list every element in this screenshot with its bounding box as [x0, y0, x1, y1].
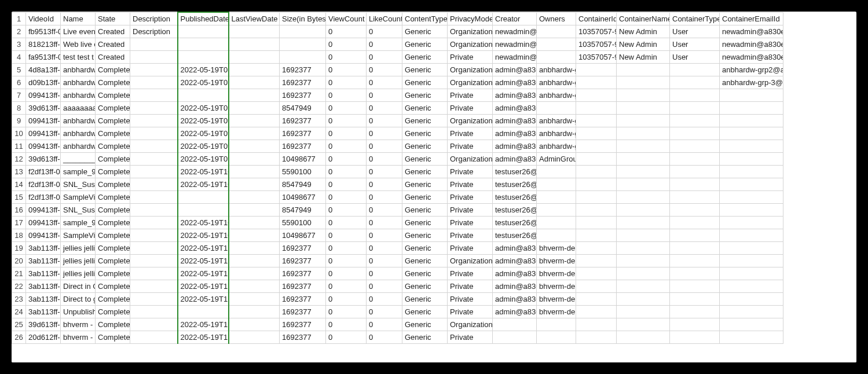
cell[interactable]: 0: [367, 114, 402, 127]
cell[interactable]: [670, 114, 720, 127]
cell[interactable]: anbhardw: [61, 76, 96, 89]
row-number[interactable]: 8: [12, 101, 26, 114]
cell[interactable]: fa9513ff-0: [26, 50, 61, 63]
cell[interactable]: [617, 101, 670, 114]
cell[interactable]: [229, 50, 280, 63]
cell[interactable]: [670, 127, 720, 140]
row-number[interactable]: 1: [12, 12, 26, 25]
cell[interactable]: [720, 89, 783, 101]
cell[interactable]: 0: [326, 178, 367, 190]
cell[interactable]: [537, 101, 576, 114]
cell[interactable]: 0: [326, 140, 367, 152]
cell[interactable]: [617, 229, 670, 241]
cell[interactable]: Private: [448, 305, 493, 318]
cell[interactable]: Private: [448, 216, 493, 229]
cell[interactable]: bhverm-demo@a830edad9050849863E22033000.…: [537, 305, 576, 318]
cell[interactable]: admin@a830e: [493, 140, 537, 152]
cell[interactable]: [617, 305, 670, 318]
cell[interactable]: [229, 178, 280, 190]
cell[interactable]: anbhardw-grp-3@a830edad9050849863E220330…: [537, 114, 576, 127]
cell[interactable]: Organization: [448, 254, 493, 267]
row-number[interactable]: 21: [12, 267, 26, 280]
cell[interactable]: [576, 254, 617, 267]
cell[interactable]: [720, 203, 783, 216]
cell[interactable]: [130, 165, 178, 178]
cell[interactable]: 0: [326, 267, 367, 280]
cell[interactable]: Generic: [402, 216, 448, 229]
cell[interactable]: 10498677: [280, 190, 326, 203]
cell[interactable]: [537, 165, 576, 178]
cell[interactable]: [178, 25, 229, 38]
cell[interactable]: bhverm-demo@a830edad9050849863E22033000.…: [537, 241, 576, 254]
cell[interactable]: 0: [326, 25, 367, 38]
cell[interactable]: [576, 229, 617, 241]
cell[interactable]: [280, 38, 326, 50]
cell[interactable]: 0: [326, 190, 367, 203]
cell[interactable]: Generic: [402, 178, 448, 190]
cell[interactable]: Completed: [96, 241, 130, 254]
cell[interactable]: Generic: [402, 25, 448, 38]
cell[interactable]: [670, 101, 720, 114]
column-header[interactable]: Size(in Bytes): [280, 12, 326, 25]
cell[interactable]: 2022-05-19T07:00:21.2566801: [178, 76, 229, 89]
cell[interactable]: Generic: [402, 38, 448, 50]
column-header[interactable]: ContainerName: [617, 12, 670, 25]
cell[interactable]: [178, 50, 229, 63]
cell[interactable]: Created: [96, 25, 130, 38]
cell[interactable]: [229, 89, 280, 101]
cell[interactable]: Private: [448, 165, 493, 178]
cell[interactable]: [537, 178, 576, 190]
cell[interactable]: [720, 101, 783, 114]
cell[interactable]: [576, 114, 617, 127]
cell[interactable]: 099413ff-4: [26, 89, 61, 101]
cell[interactable]: [720, 254, 783, 267]
cell[interactable]: 0: [367, 241, 402, 254]
row-number[interactable]: 26: [12, 331, 26, 343]
cell[interactable]: [670, 76, 720, 89]
column-header[interactable]: ContainerId: [576, 12, 617, 25]
cell[interactable]: admin@a830e: [493, 63, 537, 76]
cell[interactable]: Completed: [96, 267, 130, 280]
cell[interactable]: 10498677: [280, 152, 326, 165]
cell[interactable]: [720, 229, 783, 241]
cell[interactable]: 2022-05-19T09:24:54.5274103: [178, 101, 229, 114]
cell[interactable]: Generic: [402, 318, 448, 331]
cell[interactable]: Generic: [402, 50, 448, 63]
cell[interactable]: Generic: [402, 190, 448, 203]
cell[interactable]: newadmin@a830edad9050: [493, 25, 537, 38]
cell[interactable]: 0: [326, 280, 367, 292]
cell[interactable]: [178, 38, 229, 50]
cell[interactable]: Completed: [96, 101, 130, 114]
cell[interactable]: [670, 203, 720, 216]
cell[interactable]: [576, 89, 617, 101]
cell[interactable]: [130, 50, 178, 63]
cell[interactable]: [670, 254, 720, 267]
cell[interactable]: Generic: [402, 203, 448, 216]
cell[interactable]: 1692377: [280, 241, 326, 254]
cell[interactable]: 1692377: [280, 267, 326, 280]
cell[interactable]: [576, 280, 617, 292]
cell[interactable]: 2022-05-19T09:27:37.0403448: [178, 140, 229, 152]
cell[interactable]: Completed: [96, 305, 130, 318]
cell[interactable]: Private: [448, 89, 493, 101]
column-header[interactable]: State: [96, 12, 130, 25]
cell[interactable]: Generic: [402, 254, 448, 267]
cell[interactable]: [617, 178, 670, 190]
cell[interactable]: [617, 318, 670, 331]
cell[interactable]: 1692377: [280, 280, 326, 292]
cell[interactable]: admin@a830e: [493, 127, 537, 140]
cell[interactable]: [576, 140, 617, 152]
cell[interactable]: 0: [367, 127, 402, 140]
cell[interactable]: bhverm - t: [61, 318, 96, 331]
cell[interactable]: SNL_Sushi: [61, 178, 96, 190]
cell[interactable]: [617, 292, 670, 305]
cell[interactable]: [576, 178, 617, 190]
cell[interactable]: [130, 203, 178, 216]
cell[interactable]: testuser26@a830edad9050849863E22033000.o…: [493, 216, 537, 229]
cell[interactable]: [617, 241, 670, 254]
cell[interactable]: 8547949: [280, 101, 326, 114]
cell[interactable]: 0: [367, 38, 402, 50]
cell[interactable]: [229, 140, 280, 152]
cell[interactable]: 099413ff-4: [26, 127, 61, 140]
cell[interactable]: 099413ff-4: [26, 229, 61, 241]
